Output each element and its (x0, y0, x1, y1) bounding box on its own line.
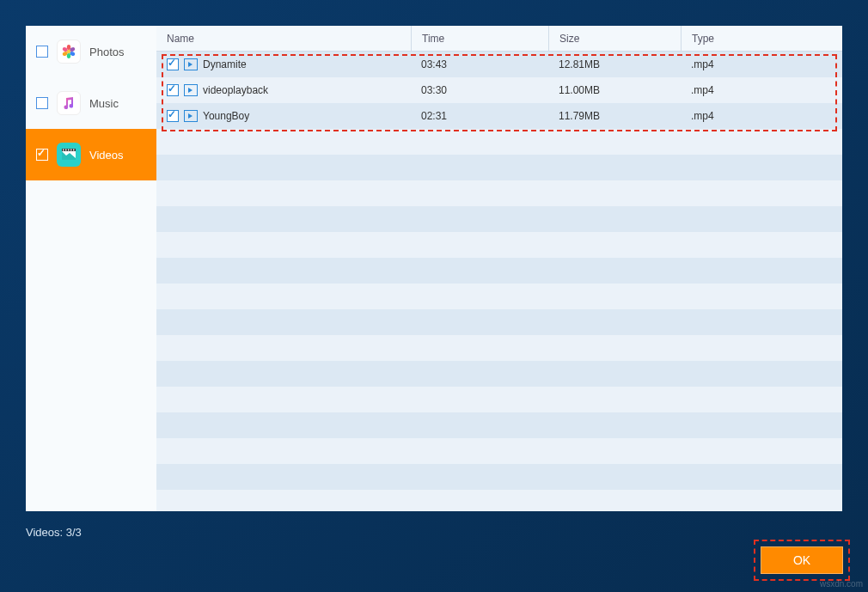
row-checkbox-icon[interactable] (167, 58, 179, 70)
file-time: 03:43 (411, 58, 548, 70)
file-time: 02:31 (411, 110, 548, 122)
file-size: 11.00MB (548, 84, 681, 96)
file-size: 11.79MB (548, 110, 681, 122)
empty-row (156, 232, 842, 258)
file-name: videoplayback (203, 84, 268, 96)
video-file-icon (184, 58, 198, 70)
sidebar-item-photos[interactable]: Photos (26, 26, 156, 77)
empty-row (156, 129, 842, 155)
row-checkbox-icon[interactable] (167, 110, 179, 122)
svg-rect-10 (65, 150, 67, 151)
sidebar-item-label: Photos (89, 46, 124, 58)
file-name: Dynamite (203, 58, 247, 70)
column-name[interactable]: Name (156, 26, 411, 51)
videos-icon (57, 143, 81, 167)
svg-rect-9 (63, 150, 64, 151)
sidebar: Photos Music (26, 26, 156, 511)
table-row[interactable]: YoungBoy 02:31 11.79MB .mp4 (156, 103, 842, 129)
empty-row (156, 335, 842, 361)
sidebar-item-music[interactable]: Music (26, 77, 156, 129)
table-header: Name Time Size Type (156, 26, 842, 52)
table-row[interactable]: Dynamite 03:43 12.81MB .mp4 (156, 52, 842, 77)
status-text: Videos: 3/3 (26, 526, 82, 539)
video-file-icon (184, 84, 198, 96)
empty-row (156, 361, 842, 387)
file-type: .mp4 (681, 110, 842, 122)
empty-row (156, 387, 842, 412)
table-body: Dynamite 03:43 12.81MB .mp4 videoplaybac… (156, 52, 842, 511)
empty-row (156, 438, 842, 464)
svg-rect-12 (70, 150, 72, 151)
file-name: YoungBoy (203, 110, 249, 122)
file-time: 03:30 (411, 84, 548, 96)
empty-row (156, 155, 842, 180)
empty-row (156, 258, 842, 284)
checkbox-icon[interactable] (36, 46, 48, 58)
empty-row (156, 309, 842, 335)
sidebar-item-videos[interactable]: Videos (26, 129, 156, 180)
music-icon (57, 91, 81, 115)
empty-row (156, 412, 842, 438)
row-checkbox-icon[interactable] (167, 84, 179, 96)
empty-row (156, 464, 842, 490)
file-type: .mp4 (681, 58, 842, 70)
sidebar-item-label: Music (89, 97, 119, 110)
table-row[interactable]: videoplayback 03:30 11.00MB .mp4 (156, 77, 842, 103)
column-time[interactable]: Time (411, 26, 548, 51)
checkbox-icon[interactable] (36, 149, 48, 161)
empty-row (156, 284, 842, 309)
svg-point-1 (67, 45, 70, 50)
svg-rect-11 (68, 150, 70, 151)
svg-point-4 (67, 53, 70, 58)
photos-icon (57, 40, 81, 64)
video-file-icon (184, 110, 198, 122)
empty-row (156, 490, 842, 511)
column-size[interactable]: Size (548, 26, 681, 51)
file-table: Name Time Size Type Dynamite 03:43 12.81… (156, 26, 842, 511)
svg-rect-13 (73, 150, 75, 151)
checkbox-icon[interactable] (36, 97, 48, 109)
file-size: 12.81MB (548, 58, 681, 70)
sidebar-item-label: Videos (89, 149, 124, 162)
main-panel: Photos Music (26, 26, 842, 511)
ok-button[interactable]: OK (761, 546, 843, 574)
file-type: .mp4 (681, 84, 842, 96)
empty-row (156, 206, 842, 232)
empty-row (156, 180, 842, 206)
column-type[interactable]: Type (681, 26, 842, 51)
watermark: wsxdn.com (820, 579, 863, 589)
